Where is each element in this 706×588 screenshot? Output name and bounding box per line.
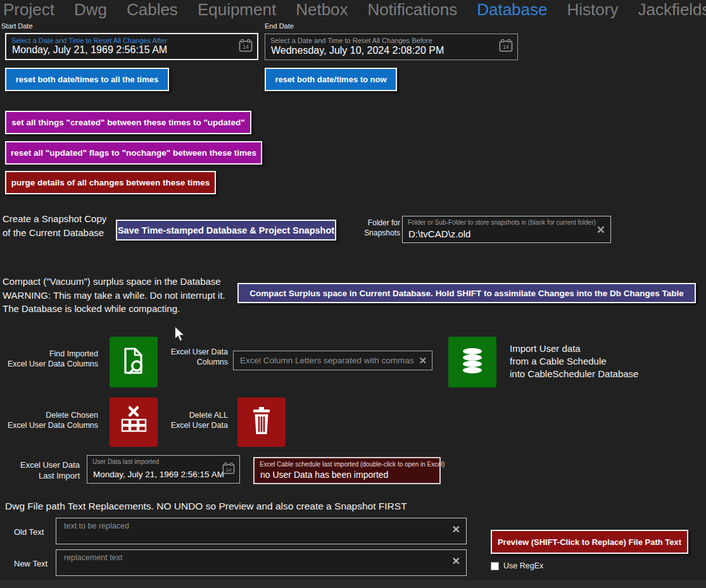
excel-last-import-label: Excel User Data Last Import (5, 460, 80, 481)
use-regex-label: Use RegEx (503, 561, 543, 570)
nav-item-netbox[interactable]: Netbox (296, 0, 348, 21)
set-created-to-updated-button[interactable]: set all things "created" between these t… (5, 111, 251, 134)
delete-table-icon (119, 405, 148, 439)
end-date-picker[interactable]: Select a Date and Time to Reset All Chan… (265, 34, 518, 60)
top-nav: Project Dwg Cables Equipment Netbox Noti… (0, 0, 706, 21)
clear-icon[interactable]: ✕ (452, 523, 460, 535)
end-date-value[interactable]: Wednesday, July 10, 2024 2:08:20 PM (271, 45, 444, 56)
old-text-input[interactable]: text to be replaced ✕ (56, 518, 467, 544)
find-imported-columns-label: Find Imported Excel User Data Columns (3, 349, 98, 369)
excel-columns-input-wrap: ✕ (233, 351, 432, 370)
nav-item-history[interactable]: History (567, 0, 619, 21)
end-date-hint: Select a Date and Time to Reset All Chan… (270, 37, 432, 44)
mouse-cursor (174, 326, 186, 346)
nav-item-equipment[interactable]: Equipment (198, 0, 276, 21)
excel-columns-input[interactable] (239, 355, 419, 366)
start-date-picker[interactable]: Select a Date and Time to Reset All Chan… (5, 33, 258, 60)
delete-chosen-columns-button[interactable] (110, 397, 158, 447)
new-text-label: New Text (14, 559, 47, 568)
database-tab-screen: Project Dwg Cables Equipment Netbox Noti… (0, 0, 706, 588)
start-date-value[interactable]: Monday, July 21, 1969 2:56:15 AM (12, 44, 167, 56)
nav-item-database[interactable]: Database (477, 0, 547, 21)
start-date-label: Start Date (1, 22, 33, 30)
nav-item-notifications[interactable]: Notifications (368, 0, 458, 21)
compact-info-text: Compact ("Vacuum") surplus space in the … (3, 275, 225, 316)
replacements-heading: Dwg File path Text Replacements. NO UNDO… (5, 501, 407, 512)
delete-all-label: Delete ALL Excel User Data (166, 410, 228, 430)
import-user-data-label: Import User data from a Cable Schedule i… (510, 342, 638, 380)
folder-for-snapshots-label: Folder for Snapshots (355, 218, 400, 238)
start-date-hint: Select a Date and Time to Reset All Chan… (11, 37, 167, 44)
database-icon (458, 345, 487, 379)
calendar-icon[interactable]: 14 (499, 39, 513, 55)
last-import-date-hint: User Data last imported (92, 458, 159, 465)
nav-item-dwg[interactable]: Dwg (74, 0, 107, 21)
clear-icon[interactable]: ✕ (419, 355, 427, 366)
cable-schedule-status-box[interactable]: Excel Cable schedule last imported (doub… (253, 457, 441, 484)
import-user-data-button[interactable] (448, 337, 496, 387)
old-text-placeholder: text to be replaced (64, 522, 129, 530)
nav-item-project[interactable]: Project (3, 0, 54, 21)
snapshot-folder-hint: Folder or Sub-Folder to store snapshots … (408, 219, 596, 226)
reset-updated-to-nochange-button[interactable]: reset all "updated" flags to "nochange" … (5, 141, 262, 165)
delete-all-user-data-button[interactable] (237, 397, 286, 447)
reset-to-now-button[interactable]: reset both date/times to now (265, 68, 397, 91)
excel-columns-label: Excel User Data Columns (168, 347, 228, 367)
delete-chosen-columns-label: Delete Chosen Excel User Data Columns (3, 410, 98, 430)
snapshot-folder-input[interactable]: Folder or Sub-Folder to store snapshots … (402, 216, 611, 243)
svg-text:14: 14 (503, 44, 509, 50)
new-text-input[interactable]: replacement text ✕ (56, 549, 467, 576)
cable-schedule-hint: Excel Cable schedule last imported (doub… (260, 461, 444, 468)
calendar-icon[interactable]: 14 (239, 39, 253, 54)
svg-text:14: 14 (243, 44, 249, 50)
old-text-label: Old Text (14, 527, 44, 537)
end-date-label: End Date (265, 22, 294, 30)
nav-item-cables[interactable]: Cables (127, 0, 178, 21)
clear-icon[interactable]: ✕ (596, 223, 605, 236)
snapshot-section-label: Create a Snapshot Copy of the Current Da… (3, 212, 106, 240)
compact-database-button[interactable]: Compact Surplus space in Current Databas… (237, 283, 696, 303)
snapshot-folder-value[interactable]: D:\tvCAD\z.old (408, 228, 470, 239)
calendar-icon[interactable]: 14 (222, 462, 235, 477)
purge-changes-button[interactable]: purge details of all changes between the… (5, 171, 216, 194)
trash-icon (247, 405, 276, 439)
reset-all-times-button[interactable]: reset both date/times to all the times (5, 68, 169, 91)
last-import-date-picker[interactable]: User Data last imported Monday, July 21,… (87, 455, 240, 484)
save-snapshot-button[interactable]: Save Time-stamped Database & Project Sna… (116, 220, 336, 241)
bottom-strip (0, 580, 706, 588)
preview-replace-button[interactable]: Preview (SHIFT-Click to Replace) File Pa… (491, 530, 688, 554)
new-text-placeholder: replacement text (64, 553, 122, 562)
document-search-icon (118, 345, 149, 379)
last-import-date-value[interactable]: Monday, July 21, 1969 2:56:15 AM (93, 470, 224, 479)
cable-schedule-value: no User Data has been imported (260, 470, 388, 480)
use-regex-checkbox[interactable] (491, 562, 499, 570)
svg-text:14: 14 (226, 466, 232, 472)
find-imported-columns-button[interactable] (110, 337, 158, 387)
clear-icon[interactable]: ✕ (452, 555, 460, 567)
nav-item-jackfields[interactable]: Jackfields (638, 0, 706, 21)
